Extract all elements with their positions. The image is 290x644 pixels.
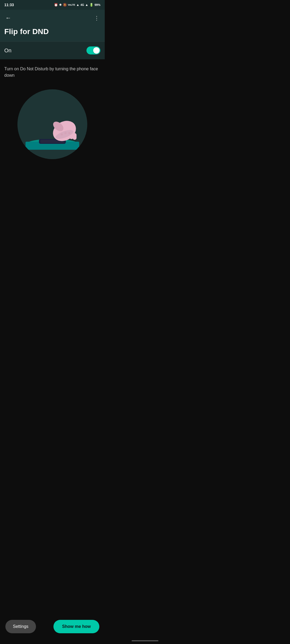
header: ← ⋮ Flip for DND	[0, 10, 105, 41]
toggle-thumb	[93, 47, 100, 54]
svg-point-14	[68, 132, 70, 134]
status-time: 11:33	[4, 3, 14, 7]
more-icon: ⋮	[94, 15, 99, 21]
status-icons: ⏰ ✱ 🔕 VoLTE ▲ 4G ▲ 🔋 99%	[54, 3, 100, 7]
menu-button[interactable]: ⋮	[93, 14, 100, 22]
toggle-switch[interactable]	[86, 46, 100, 54]
signal-icon: ▲	[85, 3, 88, 7]
volte-icon: VoLTE	[68, 3, 75, 6]
main-content: Turn on Do Not Disturb by turning the ph…	[0, 59, 105, 182]
status-bar: 11:33 ⏰ ✱ 🔕 VoLTE ▲ 4G ▲ 🔋 99%	[0, 0, 105, 10]
back-icon: ←	[5, 14, 11, 21]
page-title: Flip for DND	[4, 27, 100, 36]
svg-point-12	[61, 133, 63, 136]
bluetooth-icon: ✱	[59, 3, 62, 7]
toggle-track	[86, 46, 100, 54]
illustration-container	[4, 89, 100, 159]
battery-icon: 🔋	[89, 3, 93, 7]
back-button[interactable]: ←	[4, 13, 12, 23]
flip-dnd-illustration	[17, 89, 87, 159]
svg-point-13	[64, 132, 67, 134]
wifi-icon: ▲	[76, 3, 79, 7]
toggle-section: On	[0, 41, 105, 59]
mute-icon: 🔕	[63, 3, 67, 7]
header-top: ← ⋮	[4, 13, 100, 23]
alarm-icon: ⏰	[54, 3, 58, 7]
network-icon: 4G	[81, 3, 84, 6]
illustration-circle	[17, 89, 87, 159]
description-text: Turn on Do Not Disturb by turning the ph…	[4, 66, 100, 79]
battery-percent: 99%	[95, 3, 100, 6]
svg-rect-10	[73, 133, 77, 140]
toggle-label: On	[4, 47, 12, 54]
